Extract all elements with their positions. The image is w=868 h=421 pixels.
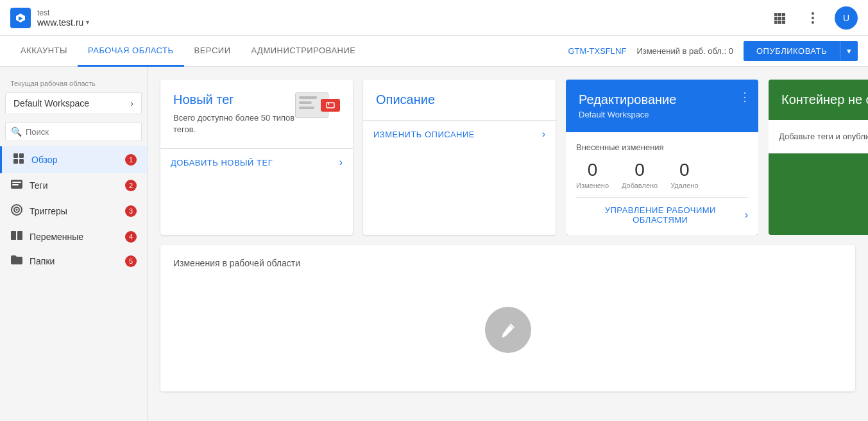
add-new-tag-button[interactable]: ДОБАВИТЬ НОВЫЙ ТЕГ <box>171 158 273 168</box>
add-new-tag-arrow-icon: › <box>339 157 343 168</box>
editing-card-title: Редактирование <box>579 92 745 107</box>
sidebar-item-variables[interactable]: Переменные 4 <box>0 225 147 249</box>
svg-rect-11 <box>782 21 785 24</box>
editing-card: Редактирование Default Workspace ⋮ Внесе… <box>566 80 758 235</box>
site-name: test <box>37 8 89 17</box>
stat-changed-num: 0 <box>588 160 598 180</box>
new-tag-desc: Всего доступно более 50 типов тегов. <box>173 112 295 135</box>
sidebar-item-tags[interactable]: Теги 2 <box>0 173 147 198</box>
container-card-bottom: Добавьте теги и опубликуйте изменения. <box>769 120 868 153</box>
nav-right: GTM-TXSFLNF Изменений в раб. обл.: 0 ОПУ… <box>568 41 858 61</box>
svg-point-12 <box>812 12 814 15</box>
search-box: 🔍 <box>5 122 142 141</box>
sidebar-item-folders[interactable]: Папки 5 <box>0 249 147 273</box>
svg-rect-3 <box>774 13 778 16</box>
workspace-arrow-icon: › <box>130 98 133 108</box>
stat-changed: 0 Изменено <box>576 160 609 189</box>
workspace-name: Default Workspace <box>13 98 89 108</box>
edit-description-arrow-icon: › <box>542 128 545 140</box>
svg-rect-20 <box>12 182 21 183</box>
apps-icon-button[interactable] <box>768 6 791 30</box>
tab-workspace[interactable]: РАБОЧАЯ ОБЛАСТЬ <box>78 36 184 67</box>
editing-card-subtitle: Default Workspace <box>579 110 745 119</box>
svg-rect-7 <box>778 17 781 20</box>
editing-card-bottom: Внесенные изменения 0 Изменено 0 Добавле… <box>566 132 758 235</box>
manage-workspaces-button[interactable]: УПРАВЛЕНИЕ РАБОЧИМИ ОБЛАСТЯМИ <box>576 205 745 225</box>
description-title: Описание <box>376 92 543 107</box>
main-layout: Текущая рабочая область Default Workspac… <box>0 67 868 421</box>
container-desc: Добавьте теги и опубликуйте изменения. <box>779 130 868 143</box>
empty-changes <box>173 281 842 379</box>
new-tag-title: Новый тег <box>173 92 295 107</box>
url-dropdown-arrow: ▾ <box>86 19 89 26</box>
variables-icon <box>10 231 23 243</box>
tags-icon <box>10 180 23 191</box>
sidebar-item-label-overview: Обзор <box>31 155 119 165</box>
svg-rect-6 <box>774 17 778 20</box>
sidebar-item-triggers[interactable]: Триггеры 3 <box>0 198 147 225</box>
badge-overview: 1 <box>125 154 137 166</box>
publish-dropdown-button[interactable]: ▾ <box>840 41 858 61</box>
nav-bar: АККАУНТЫ РАБОЧАЯ ОБЛАСТЬ ВЕРСИИ АДМИНИСТ… <box>0 36 868 67</box>
overview-icon <box>12 153 25 167</box>
sidebar: Текущая рабочая область Default Workspac… <box>0 67 148 421</box>
publish-button[interactable]: ОПУБЛИКОВАТЬ <box>744 41 840 61</box>
tab-accounts[interactable]: АККАУНТЫ <box>10 36 78 67</box>
folders-icon <box>10 255 23 267</box>
stat-deleted-num: 0 <box>679 160 690 180</box>
workspace-selector[interactable]: Default Workspace › <box>5 92 142 114</box>
tag-icon-line-2 <box>299 101 312 104</box>
tag-icon-line-1 <box>299 96 317 99</box>
stat-added-label: Добавлено <box>622 182 658 189</box>
container-id[interactable]: GTM-TXSFLNF <box>568 46 626 56</box>
sidebar-item-overview[interactable]: Обзор 1 <box>0 146 147 173</box>
editing-card-dots-icon[interactable]: ⋮ <box>739 90 751 104</box>
tab-versions[interactable]: ВЕРСИИ <box>184 36 241 67</box>
top-bar-left: ▶ test www.test.ru ▾ <box>10 8 89 28</box>
apps-icon <box>774 12 785 24</box>
sidebar-item-label-folders: Папки <box>30 256 119 266</box>
vertical-dots-icon <box>812 12 814 24</box>
more-options-icon-button[interactable] <box>801 6 824 30</box>
container-card-top: Контейнер не опублик... <box>769 80 868 120</box>
container-card: Контейнер не опублик... Добавьте теги и … <box>769 80 868 235</box>
svg-rect-4 <box>778 13 781 16</box>
site-url[interactable]: www.test.ru ▾ <box>37 17 89 28</box>
tab-admin[interactable]: АДМИНИСТРИРОВАНИЕ <box>241 36 366 67</box>
desc-card-inner: Описание <box>363 80 556 120</box>
description-card: Описание ИЗМЕНИТЬ ОПИСАНИЕ › <box>363 80 556 235</box>
gtm-logo: ▶ <box>10 8 31 28</box>
svg-rect-17 <box>13 159 18 164</box>
pencil-circle-icon <box>485 307 531 353</box>
changes-label: Изменений в раб. обл.: 0 <box>636 46 733 56</box>
svg-rect-10 <box>778 21 781 24</box>
sidebar-item-label-triggers: Триггеры <box>30 206 119 216</box>
svg-text:▶: ▶ <box>19 15 23 21</box>
search-input[interactable] <box>26 127 136 137</box>
tag-red-badge <box>321 99 340 112</box>
sidebar-item-label-tags: Теги <box>30 180 119 191</box>
stat-deleted-label: Удалено <box>670 182 698 189</box>
changes-section: Изменения в рабочей области <box>160 245 855 391</box>
top-cards-row: Новый тег Всего доступно более 50 типов … <box>160 80 855 235</box>
tag-icon-line-3 <box>299 107 314 109</box>
edit-description-button[interactable]: ИЗМЕНИТЬ ОПИСАНИЕ <box>373 130 475 139</box>
stat-added: 0 Добавлено <box>622 160 658 189</box>
top-bar: ▶ test www.test.ru ▾ <box>0 0 868 36</box>
stat-changed-label: Изменено <box>576 182 609 189</box>
stat-added-num: 0 <box>634 160 645 180</box>
svg-rect-16 <box>19 153 24 158</box>
new-tag-card-text: Новый тег Всего доступно более 50 типов … <box>173 92 295 135</box>
container-card-title: Контейнер не опублик... <box>781 92 868 107</box>
svg-rect-8 <box>782 17 785 20</box>
site-info: test www.test.ru ▾ <box>37 8 89 28</box>
sidebar-item-label-variables: Переменные <box>30 232 119 242</box>
changes-section-title: Изменения в рабочей области <box>173 258 842 268</box>
avatar[interactable]: U <box>835 6 858 30</box>
search-icon: 🔍 <box>11 126 22 137</box>
badge-variables: 4 <box>125 231 137 243</box>
changes-stats: 0 Изменено 0 Добавлено 0 Удалено <box>576 160 748 189</box>
workspace-section-label: Текущая рабочая область <box>0 74 147 90</box>
pencil-icon <box>498 320 518 340</box>
new-tag-card-inner: Новый тег Всего доступно более 50 типов … <box>160 80 353 148</box>
